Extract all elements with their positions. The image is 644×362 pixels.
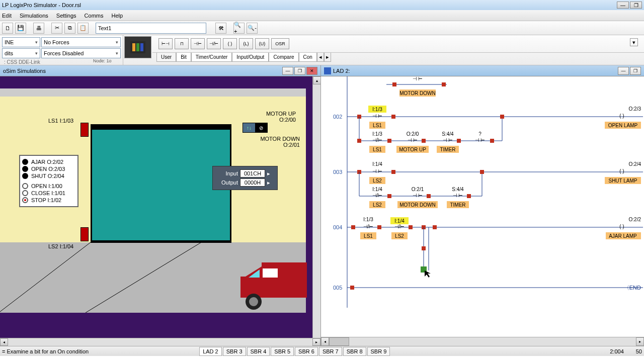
svg-text:( ): ( ) xyxy=(619,113,624,119)
sim-vscroll[interactable]: ▴ xyxy=(312,76,320,338)
tab-lad2[interactable]: LAD 2 xyxy=(199,347,222,356)
cut-button[interactable]: ✂ xyxy=(51,23,62,34)
svg-text:⊣ ⊢: ⊣ ⊢ xyxy=(413,193,423,198)
ladder-icon xyxy=(324,67,331,74)
lad-hscroll[interactable]: ◂ ▸ xyxy=(321,337,644,346)
tab-timer[interactable]: Timer/Counter xyxy=(191,53,232,62)
sim-title: oSim Simulations xyxy=(3,68,46,74)
ladder-diagram[interactable]: ⊣ ⊢ MOTOR DOWN 002 I:1/3 ⊣ ⊢ LS1 O:2/3 (… xyxy=(321,76,644,337)
ls1-label: LS1 I:1/03 xyxy=(48,118,73,124)
ls1-sensor xyxy=(80,123,89,137)
maximize-button[interactable]: ❐ xyxy=(630,2,642,9)
svg-rect-89 xyxy=(351,225,355,229)
inst-branch-button[interactable]: ⊓ xyxy=(175,38,189,49)
status-message: = Examine a bit for an On condition xyxy=(2,348,89,354)
tab-io[interactable]: Input/Output xyxy=(232,53,269,62)
svg-text:?: ? xyxy=(478,131,481,137)
open-button[interactable] xyxy=(22,183,28,189)
edits-combo[interactable]: dits xyxy=(2,48,40,58)
tab-scroll-left[interactable]: ◂ xyxy=(317,53,324,62)
svg-text:MOTOR DOWN: MOTOR DOWN xyxy=(399,202,435,208)
tab-bit[interactable]: Bit xyxy=(176,53,191,62)
svg-text:( ): ( ) xyxy=(619,168,624,174)
svg-rect-15 xyxy=(392,82,396,86)
tab-compare[interactable]: Compare xyxy=(269,53,298,62)
tab-con[interactable]: Con xyxy=(299,53,317,62)
svg-text:O:2/2: O:2/2 xyxy=(629,217,641,222)
menu-edit[interactable]: Edit xyxy=(2,13,12,19)
sim-close-button[interactable]: ✕ xyxy=(306,67,317,75)
toolbar-secondary: INE No Forces dits Forces Disabled : CSS… xyxy=(0,35,644,65)
open-label: OPEN O:2/03 xyxy=(31,166,65,172)
inst-xic-button[interactable]: ⊣⊢ xyxy=(191,38,205,49)
output-value[interactable]: 0000H xyxy=(240,178,265,187)
svg-text:O:2/1: O:2/1 xyxy=(412,187,424,192)
title-bar: LP LogixPro Simulator - Door.rsl — ❐ xyxy=(0,0,644,10)
svg-text:⊣/⊢: ⊣/⊢ xyxy=(372,193,383,198)
inst-rung-button[interactable]: ⊢⊣ xyxy=(158,38,173,49)
tab-sbr3[interactable]: SBR 3 xyxy=(223,347,246,356)
stop-button[interactable] xyxy=(22,197,28,203)
menu-simulations[interactable]: Simulations xyxy=(20,13,48,19)
svg-text:〈END: 〈END xyxy=(624,285,641,291)
mode-combo[interactable]: INE xyxy=(2,37,40,47)
save-button[interactable]: 💾 xyxy=(15,23,26,34)
open-btn-label: OPEN I:1/00 xyxy=(31,183,62,189)
svg-text:I:1/3: I:1/3 xyxy=(372,107,382,112)
input-value[interactable]: 001CH xyxy=(240,169,265,177)
svg-rect-71 xyxy=(480,170,484,174)
svg-text:O:2/0: O:2/0 xyxy=(407,131,419,137)
menu-help[interactable]: Help xyxy=(111,13,123,19)
inst-ote-button[interactable]: ( ) xyxy=(223,38,237,49)
lad-maximize-button[interactable]: ❐ xyxy=(630,67,641,75)
svg-text:⊣ ⊢: ⊣ ⊢ xyxy=(443,137,453,143)
tab-sbr4[interactable]: SBR 4 xyxy=(247,347,270,356)
zoom-in-button[interactable]: 🔍+ xyxy=(233,23,245,34)
close-button[interactable] xyxy=(22,190,28,196)
svg-text:⊣ ⊢: ⊣ ⊢ xyxy=(453,193,463,198)
cursor-icon xyxy=(425,270,431,278)
menu-comms[interactable]: Comms xyxy=(85,13,104,19)
print-button[interactable]: 🖶 xyxy=(33,23,44,34)
inst-osr-button[interactable]: OSR xyxy=(271,38,289,49)
tab-sbr8[interactable]: SBR 8 xyxy=(343,347,366,356)
minimize-button[interactable]: — xyxy=(617,2,629,9)
svg-rect-102 xyxy=(433,225,437,229)
zoom-out-button[interactable]: 🔍- xyxy=(247,23,258,34)
inst-xio-button[interactable]: ⊣/⊢ xyxy=(207,38,221,49)
inst-otl-button[interactable]: (L) xyxy=(239,38,253,49)
svg-text:⊣/⊢: ⊣/⊢ xyxy=(363,224,374,229)
svg-text:O:2/3: O:2/3 xyxy=(629,106,641,112)
svg-point-12 xyxy=(249,297,258,306)
inst-close-button[interactable]: ▾ xyxy=(630,38,638,46)
svg-rect-3 xyxy=(140,43,143,51)
ladder-title: LAD 2: xyxy=(333,68,350,74)
sim-minimize-button[interactable]: — xyxy=(282,67,293,75)
sim-hscroll[interactable]: ◂▸ xyxy=(0,338,320,346)
paste-button[interactable]: 📋 xyxy=(77,23,89,34)
svg-line-4 xyxy=(0,242,91,312)
tools-button[interactable]: 🛠 xyxy=(215,23,226,34)
menu-bar: Edit Simulations Settings Comms Help xyxy=(0,10,644,21)
tab-user[interactable]: User xyxy=(156,53,176,62)
lad-minimize-button[interactable]: — xyxy=(618,67,629,75)
motor-down-label: MOTOR DOWNO:2/01 xyxy=(250,136,300,148)
forces-combo[interactable]: No Forces xyxy=(41,37,121,47)
sim-maximize-button[interactable]: ❐ xyxy=(294,67,305,75)
tab-sbr6[interactable]: SBR 6 xyxy=(295,347,318,356)
rung-position: 2:004 xyxy=(610,348,624,354)
tab-sbr5[interactable]: SBR 5 xyxy=(271,347,294,356)
tab-sbr7[interactable]: SBR 7 xyxy=(319,347,342,356)
forces-state-combo[interactable]: Forces Disabled xyxy=(41,48,121,58)
svg-text:I:1/3: I:1/3 xyxy=(372,131,382,137)
tab-scroll-right[interactable]: ▸ xyxy=(324,53,331,62)
tab-sbr9[interactable]: SBR 9 xyxy=(367,347,390,356)
inst-otu-button[interactable]: (U) xyxy=(255,38,269,49)
ls2-sensor xyxy=(80,227,89,241)
svg-text:SHUT LAMP: SHUT LAMP xyxy=(608,178,637,184)
cpu-icon[interactable] xyxy=(124,36,151,58)
search-input[interactable] xyxy=(96,23,206,34)
new-button[interactable]: 🗋 xyxy=(2,23,13,34)
menu-settings[interactable]: Settings xyxy=(56,13,76,19)
copy-button[interactable]: ⧉ xyxy=(64,23,75,34)
